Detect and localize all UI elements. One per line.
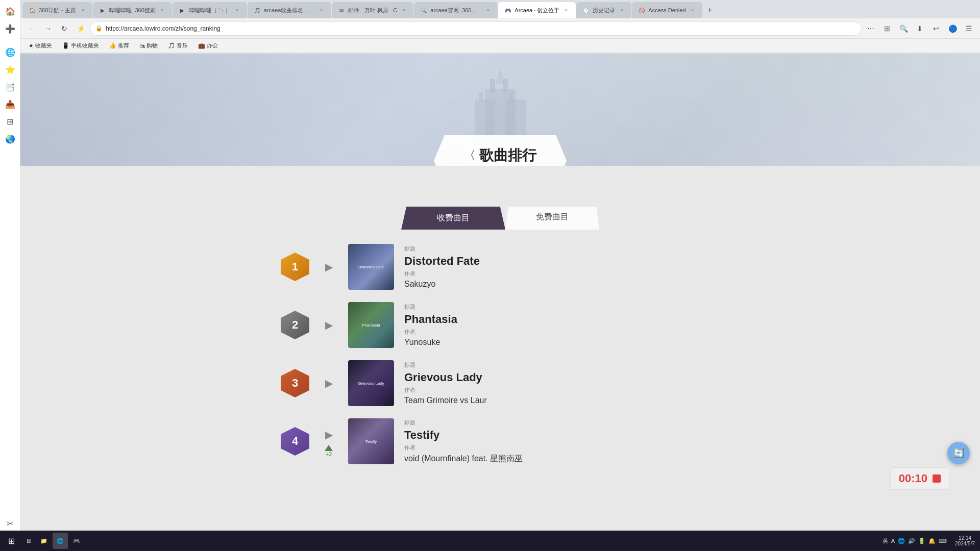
tab-bilibili-search[interactable]: ▶ 哔哩哔哩_360搜索 × (93, 2, 172, 18)
lock-icon: 🔒 (95, 25, 103, 32)
cover-text-2: Phantasia (348, 302, 394, 348)
tab-close-9[interactable]: × (689, 7, 696, 14)
bookmark-favorites[interactable]: ★ 收藏夹 (24, 41, 56, 51)
sidebar-apps-icon[interactable]: ⊞ (3, 114, 17, 129)
taskbar-app-monitor[interactable]: 🖥 (21, 533, 35, 549)
play-button-2[interactable]: ▶ (320, 316, 338, 334)
play-button-3[interactable]: ▶ (320, 374, 338, 392)
tab-access-denied[interactable]: 🚫 Access Denied × (632, 2, 702, 18)
tab-label-2: 哔哩哔哩_360搜索 (109, 7, 155, 14)
bookmark-recommend-icon: 👍 (109, 42, 116, 49)
bookmark-office-label: 办公 (207, 42, 218, 49)
home-button[interactable]: ⚡ (74, 21, 88, 36)
tab-favicon-8: 🕐 (582, 7, 590, 14)
sidebar-layers-icon[interactable]: 📑 (3, 80, 17, 94)
cover-text-1: Distorted Fate (348, 244, 394, 290)
sidebar-globe-icon[interactable]: 🌐 (3, 45, 17, 59)
bookmark-recommend-label: 推荐 (118, 42, 129, 49)
back-button[interactable]: ← (24, 21, 39, 36)
download-manager-button[interactable]: ⬇ (913, 21, 927, 36)
song-title-label-4: 标题 (404, 419, 523, 427)
tab-favicon-3: ▶ (179, 7, 186, 14)
tab-history[interactable]: 🕐 历史记录 × (576, 2, 631, 18)
extensions-button[interactable]: ⊞ (880, 21, 894, 36)
sidebar-add-icon[interactable]: ➕ (3, 21, 17, 36)
tab-360-home[interactable]: 🏠 360导航－主页 × (22, 2, 92, 18)
forward-button[interactable]: → (41, 21, 55, 36)
360-button[interactable]: 🔵 (945, 21, 960, 36)
song-title-1: Distorted Fate (404, 255, 480, 268)
rank-change-num-4: +2 (326, 451, 332, 457)
play-button-1[interactable]: ▶ (320, 258, 338, 276)
sidebar-star-icon[interactable]: ⭐ (3, 62, 17, 77)
sidebar-translate-icon[interactable]: 🌏 (3, 132, 17, 146)
tab-close-1[interactable]: × (79, 7, 86, 14)
tab-close-4[interactable]: × (318, 7, 325, 14)
sidebar-download-icon[interactable]: 📥 (3, 97, 17, 111)
tab-close-2[interactable]: × (159, 7, 166, 14)
sidebar-scissors-icon[interactable]: ✂ (3, 516, 17, 531)
taskbar-volume-icon: 🔊 (908, 538, 915, 544)
taskbar-app-browser[interactable]: 🌐 (53, 533, 68, 549)
bookmark-music-icon: 🎵 (168, 42, 175, 49)
tab-arcaea-active[interactable]: 🎮 Arcaea · 创立位于 × (498, 2, 576, 18)
tab-label-4: arcaea歌曲排名-排行 (264, 7, 315, 14)
tab-arcaea-search[interactable]: 🔍 arcaea官网_360搜索 × (414, 2, 498, 18)
share-button[interactable]: ⋯ (864, 21, 878, 36)
tab-close-6[interactable]: × (484, 7, 492, 14)
fab-button[interactable]: 🔄 (947, 442, 970, 464)
taskbar-start-button[interactable]: ⊞ (2, 533, 20, 549)
tab-close-5[interactable]: × (400, 7, 407, 14)
taskbar-app-game[interactable]: 🎮 (69, 533, 84, 549)
new-tab-button[interactable]: + (703, 3, 717, 17)
tab-label-5: 邮件 - 万叶 枫原 - C (348, 7, 398, 14)
address-bar[interactable]: 🔒 https://arcaea.lowiro.com/zh/song_rank… (90, 21, 862, 36)
bookmark-mobile[interactable]: 📱 手机收藏夹 (58, 41, 103, 51)
ranking-title-zh: 歌曲排行 (464, 146, 536, 165)
bookmark-music[interactable]: 🎵 音乐 (164, 41, 192, 51)
song-author-label-1: 作者 (404, 270, 480, 278)
taskbar-clock[interactable]: 12:14 2024/5/7 (952, 535, 978, 546)
tab-arcaea-ranking[interactable]: 🎵 arcaea歌曲排名-排行 × (248, 2, 331, 18)
song-item-2: 2 ▶ Phantasia 标题 Phantasia 作者 Yunosuke (281, 298, 720, 352)
taskbar-ime2[interactable]: A (891, 538, 895, 544)
sidebar-home-icon[interactable]: 🏠 (3, 4, 17, 18)
taskbar-network-icon: 🌐 (898, 538, 905, 544)
tab-label-8: 历史记录 (593, 7, 615, 14)
tab-free[interactable]: 免费曲目 (505, 207, 599, 230)
timer-stop-button[interactable] (933, 474, 941, 483)
song-author-label-3: 作者 (404, 386, 487, 394)
taskbar-ime[interactable]: 英 (883, 537, 888, 545)
tab-favicon-4: 🎵 (254, 7, 261, 14)
song-title-label-1: 标题 (404, 245, 480, 253)
rank-badge-3: 3 (281, 369, 309, 397)
taskbar-app-file[interactable]: 📁 (36, 533, 52, 549)
play-button-4[interactable]: ▶ (320, 425, 338, 444)
song-author-label-2: 作者 (404, 328, 457, 336)
menu-button[interactable]: ☰ (962, 21, 976, 36)
search-button[interactable]: 🔍 (896, 21, 911, 36)
tab-mail[interactable]: ✉ 邮件 - 万叶 枫原 - C × (332, 2, 414, 18)
bookmark-office[interactable]: 💼 办公 (194, 41, 222, 51)
taskbar-date: 2024/5/7 (955, 541, 975, 546)
bookmark-shop[interactable]: 🛍 购物 (135, 41, 162, 51)
bookmark-recommend[interactable]: 👍 推荐 (105, 41, 133, 51)
tab-paid[interactable]: 收费曲目 (401, 207, 505, 230)
taskbar-notification-icon: 🔔 (928, 538, 936, 544)
tab-close-8[interactable]: × (618, 7, 625, 14)
address-text: https://arcaea.lowiro.com/zh/song_rankin… (106, 25, 856, 32)
tab-close-7[interactable]: × (562, 7, 570, 14)
refresh-button[interactable]: ↻ (57, 21, 71, 36)
song-item-1: 1 ▶ Distorted Fate 标题 Distorted Fate 作者 … (281, 240, 720, 294)
tab-close-3[interactable]: × (234, 7, 241, 14)
song-info-1: 标题 Distorted Fate 作者 Sakuzyo (404, 245, 480, 289)
tab-bilibili[interactable]: ▶ 哔哩哔哩（ ` · ） × (173, 2, 247, 18)
hero-banner: 歌曲排行 SONG RANKING (20, 54, 980, 166)
bookmark-office-icon: 💼 (198, 42, 205, 49)
song-cover-3: Grievous Lady (348, 360, 394, 406)
undo-button[interactable]: ↩ (929, 21, 943, 36)
tab-label-1: 360导航－主页 (39, 7, 76, 14)
song-author-1: Sakuzyo (404, 280, 480, 289)
svg-rect-1 (475, 99, 495, 140)
svg-rect-6 (509, 92, 513, 102)
